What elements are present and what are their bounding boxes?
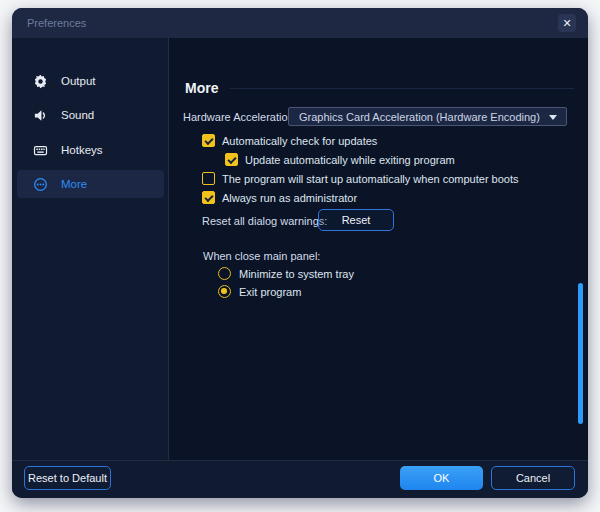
sidebar-item-label: Sound bbox=[61, 109, 94, 121]
main-panel: More Hardware Acceleration: Graphics Car… bbox=[169, 38, 588, 460]
sidebar-item-label: More bbox=[61, 178, 87, 190]
keyboard-icon bbox=[33, 143, 48, 158]
page-title: More bbox=[185, 80, 218, 96]
reset-warnings-button[interactable]: Reset bbox=[318, 209, 394, 231]
footer-bar: Reset to Default OK Cancel bbox=[12, 460, 588, 498]
gear-icon bbox=[33, 74, 48, 89]
cancel-button[interactable]: Cancel bbox=[491, 466, 575, 490]
checkbox-update-while-exiting[interactable]: Update automatically while exiting progr… bbox=[225, 152, 455, 167]
checkbox-label: Always run as administrator bbox=[222, 192, 357, 204]
sidebar-item-label: Output bbox=[61, 75, 96, 87]
checkbox-icon bbox=[202, 172, 215, 185]
close-icon[interactable]: ✕ bbox=[558, 14, 576, 32]
radio-label: Minimize to system tray bbox=[239, 268, 354, 280]
window-title: Preferences bbox=[27, 17, 86, 29]
checkbox-startup-on-boot[interactable]: The program will start up automatically … bbox=[202, 171, 519, 186]
checkbox-icon bbox=[202, 134, 215, 147]
scrollbar-thumb[interactable] bbox=[578, 283, 583, 424]
hardware-acceleration-value: Graphics Card Acceleration (Hardware Enc… bbox=[299, 111, 540, 123]
radio-label: Exit program bbox=[239, 286, 301, 298]
reset-warnings-label: Reset all dialog warnings: bbox=[202, 215, 327, 227]
sidebar-item-sound[interactable]: Sound bbox=[17, 101, 164, 129]
sidebar-item-label: Hotkeys bbox=[61, 144, 103, 156]
checkbox-icon bbox=[202, 191, 215, 204]
checkbox-label: Update automatically while exiting progr… bbox=[245, 154, 455, 166]
sidebar-item-output[interactable]: Output bbox=[17, 67, 164, 95]
heading-divider bbox=[230, 88, 574, 89]
sidebar-item-hotkeys[interactable]: Hotkeys bbox=[17, 136, 164, 164]
sidebar-item-more[interactable]: More bbox=[17, 170, 164, 198]
when-close-label: When close main panel: bbox=[203, 250, 320, 262]
hardware-acceleration-select[interactable]: Graphics Card Acceleration (Hardware Enc… bbox=[288, 107, 567, 126]
radio-icon bbox=[218, 285, 231, 298]
radio-icon bbox=[218, 267, 231, 280]
section-heading-row: More bbox=[185, 80, 574, 96]
more-circle-icon bbox=[33, 177, 48, 192]
preferences-dialog: Preferences ✕ Output Sound Hotkeys bbox=[12, 8, 588, 498]
checkbox-auto-check-updates[interactable]: Automatically check for updates bbox=[202, 133, 377, 148]
radio-exit-program[interactable]: Exit program bbox=[218, 284, 301, 299]
checkbox-label: Automatically check for updates bbox=[222, 135, 377, 147]
radio-minimize-to-tray[interactable]: Minimize to system tray bbox=[218, 266, 354, 281]
checkbox-run-as-admin[interactable]: Always run as administrator bbox=[202, 190, 357, 205]
checkbox-icon bbox=[225, 153, 238, 166]
sidebar: Output Sound Hotkeys More bbox=[12, 38, 169, 460]
ok-button[interactable]: OK bbox=[400, 466, 483, 490]
hardware-acceleration-label: Hardware Acceleration: bbox=[183, 111, 297, 123]
reset-to-default-button[interactable]: Reset to Default bbox=[24, 466, 111, 490]
chevron-down-icon bbox=[549, 115, 557, 120]
checkbox-label: The program will start up automatically … bbox=[222, 173, 519, 185]
speaker-icon bbox=[33, 108, 48, 123]
title-bar: Preferences ✕ bbox=[12, 8, 588, 38]
